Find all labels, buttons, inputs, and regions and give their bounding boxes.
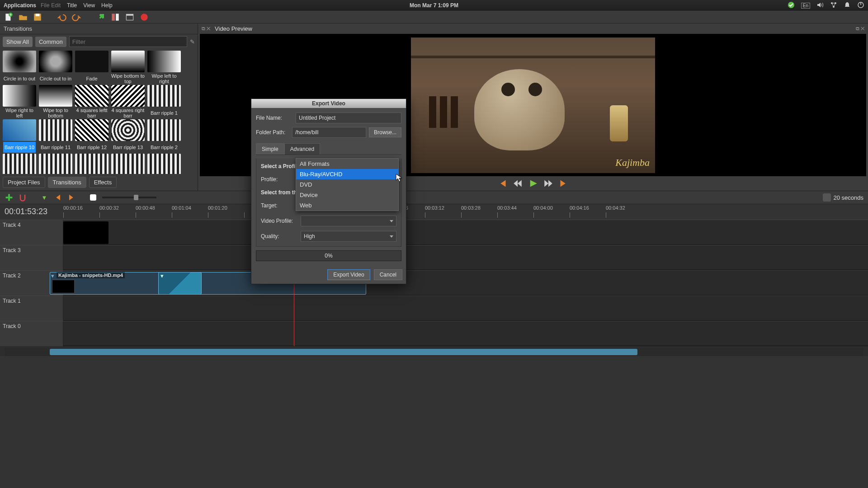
redo-icon[interactable] <box>71 12 81 22</box>
browse-button[interactable]: Browse... <box>369 127 401 137</box>
menu-help[interactable]: Help <box>101 2 113 9</box>
profile-label: Profile: <box>261 176 298 183</box>
track-body[interactable] <box>63 296 868 321</box>
profile-icon[interactable] <box>110 12 120 22</box>
timeline-transition[interactable]: ▾ <box>158 272 202 295</box>
volume-icon[interactable] <box>816 1 824 10</box>
transition-thumb <box>39 85 72 107</box>
transition-item[interactable]: Circle out to in <box>38 51 73 84</box>
menu-edit[interactable]: Edit <box>51 2 61 9</box>
transition-item[interactable] <box>110 154 146 174</box>
dropdown-option[interactable]: Blu-Ray/AVCHD <box>296 169 398 179</box>
tab-project-files[interactable]: Project Files <box>3 177 45 188</box>
detach-icon-right[interactable]: ⧉ ✕ <box>856 26 864 32</box>
dropdown-option[interactable]: All Formats <box>296 159 398 169</box>
menu-title[interactable]: Title <box>67 2 77 9</box>
system-top-bar: Applications File Edit Title View Help M… <box>0 0 868 11</box>
tab-effects[interactable]: Effects <box>89 177 117 188</box>
undo-icon[interactable] <box>57 12 67 22</box>
import-icon[interactable] <box>96 12 106 22</box>
detach-icon[interactable]: ⧉ ✕ <box>202 26 210 32</box>
timeline-track[interactable]: Track 4 <box>0 220 868 245</box>
network-icon[interactable] <box>830 1 837 10</box>
transition-item[interactable]: 4 squares leftt barr <box>74 85 109 118</box>
dropdown-option[interactable]: DVD <box>296 179 398 190</box>
transition-item[interactable]: Wipe bottom to top <box>110 51 146 84</box>
transition-item[interactable] <box>74 154 109 174</box>
transition-item[interactable] <box>146 154 182 174</box>
timeline-ruler[interactable]: 00:01:53:23 00:00:1600:00:3200:00:4800:0… <box>0 204 868 220</box>
applications-menu[interactable]: Applications <box>4 2 36 9</box>
menu-file[interactable]: File <box>41 2 49 9</box>
watermark: Kajimba <box>615 157 650 169</box>
tab-transitions[interactable]: Transitions <box>48 177 86 188</box>
transition-item[interactable]: Wipe top to bottom <box>38 85 73 118</box>
timeline-scrollbar[interactable] <box>5 348 863 356</box>
clear-filter-icon[interactable]: ✎ <box>190 38 195 45</box>
forward-icon[interactable] <box>544 179 553 188</box>
zoom-slider[interactable] <box>102 197 156 198</box>
menu-view[interactable]: View <box>83 2 95 9</box>
open-file-icon[interactable] <box>18 12 28 22</box>
filter-input[interactable] <box>69 36 187 47</box>
export-video-button[interactable]: Export Video <box>327 269 370 280</box>
track-body[interactable] <box>63 245 868 270</box>
power-icon[interactable] <box>857 1 864 10</box>
shield-icon[interactable] <box>788 1 795 10</box>
play-icon[interactable] <box>528 179 538 188</box>
video-profile-select[interactable] <box>301 216 396 226</box>
bell-icon[interactable] <box>844 1 851 10</box>
prev-marker-icon[interactable] <box>53 193 62 202</box>
marker-icon[interactable]: ▼ <box>40 193 49 202</box>
new-file-icon[interactable] <box>4 12 14 22</box>
show-all-tab[interactable]: Show All <box>3 37 33 47</box>
cancel-button[interactable]: Cancel <box>374 269 402 280</box>
transition-item[interactable]: Circle in to out <box>2 51 37 84</box>
fullscreen-icon[interactable] <box>125 12 135 22</box>
ruler-tick: 00:04:16 <box>570 205 589 211</box>
transition-item[interactable]: Barr ripple 2 <box>146 119 182 153</box>
profile-dropdown-list[interactable]: All FormatsBlu-Ray/AVCHDDVDDeviceWeb <box>296 158 399 211</box>
rewind-icon[interactable] <box>513 179 522 188</box>
transition-thumb <box>75 154 108 174</box>
quality-select[interactable]: High <box>301 231 396 242</box>
center-icon[interactable] <box>89 193 98 202</box>
duration-chip-icon[interactable] <box>823 193 831 202</box>
timeline-track[interactable]: Track 0 <box>0 321 868 346</box>
track-body[interactable] <box>63 220 868 245</box>
export-icon[interactable] <box>139 12 149 22</box>
filename-input[interactable] <box>296 113 401 123</box>
folder-input[interactable] <box>292 127 366 138</box>
transition-item[interactable]: 4 squares right barr <box>110 85 146 118</box>
track-body[interactable]: ▾Kajimba - snippets-HD.mp4▾ <box>63 271 868 296</box>
transition-label: Wipe left to right <box>146 73 182 84</box>
dropdown-option[interactable]: Web <box>296 200 398 211</box>
transition-item[interactable]: Barr ripple 1 <box>146 85 182 118</box>
jump-start-icon[interactable] <box>498 179 507 188</box>
transition-item[interactable] <box>2 154 37 174</box>
transition-item[interactable]: Barr ripple 13 <box>110 119 146 153</box>
transition-item[interactable]: Wipe right to left <box>2 85 37 118</box>
system-tray: En <box>788 1 864 10</box>
timeline-track[interactable]: Track 3 <box>0 245 868 270</box>
tab-advanced[interactable]: Advanced <box>284 143 320 155</box>
transition-item[interactable] <box>38 154 73 174</box>
lang-indicator[interactable]: En <box>801 3 810 9</box>
timeline-clip[interactable] <box>63 221 108 244</box>
transition-item[interactable]: Fade <box>74 51 109 84</box>
timeline-track[interactable]: Track 1 <box>0 296 868 321</box>
common-tab[interactable]: Common <box>35 37 66 47</box>
add-track-icon[interactable] <box>5 193 14 202</box>
track-body[interactable] <box>63 321 868 346</box>
transition-item[interactable]: Wipe left to right <box>146 51 182 84</box>
next-marker-icon[interactable] <box>67 193 76 202</box>
snap-icon[interactable] <box>18 193 27 202</box>
dropdown-option[interactable]: Device <box>296 190 398 200</box>
tab-simple[interactable]: Simple <box>256 143 284 155</box>
timeline-track[interactable]: Track 2▾Kajimba - snippets-HD.mp4▾ <box>0 270 868 296</box>
transition-item[interactable]: Barr ripple 12 <box>74 119 109 153</box>
transition-item[interactable]: Barr ripple 11 <box>38 119 73 153</box>
jump-end-icon[interactable] <box>559 179 568 188</box>
save-file-icon[interactable] <box>33 12 42 22</box>
transition-item[interactable]: Barr ripple 10 <box>2 119 37 153</box>
